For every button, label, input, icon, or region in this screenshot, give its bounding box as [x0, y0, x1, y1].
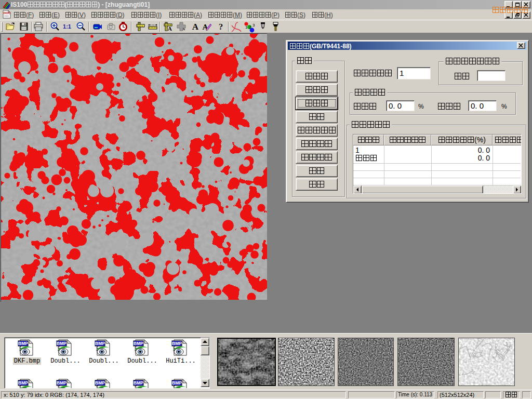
- svg-text:3: 3: [252, 23, 255, 28]
- svg-text:BMP: BMP: [95, 341, 105, 346]
- svg-text:?: ?: [219, 22, 223, 32]
- svg-text:BMP: BMP: [57, 341, 66, 346]
- svg-text:DOC: DOC: [4, 11, 11, 15]
- svg-text:BMP: BMP: [95, 380, 105, 385]
- svg-text:A: A: [168, 25, 172, 32]
- svg-text:BMP: BMP: [18, 380, 28, 385]
- svg-text:BMP: BMP: [134, 380, 143, 385]
- svg-text:BMP: BMP: [18, 341, 28, 346]
- svg-text:BMP: BMP: [134, 341, 143, 346]
- svg-text:BMP: BMP: [57, 380, 66, 385]
- svg-text:BMP: BMP: [172, 380, 182, 385]
- svg-text:1:1: 1:1: [63, 23, 71, 30]
- svg-text:BMP: BMP: [172, 341, 182, 346]
- svg-text:A: A: [192, 22, 199, 32]
